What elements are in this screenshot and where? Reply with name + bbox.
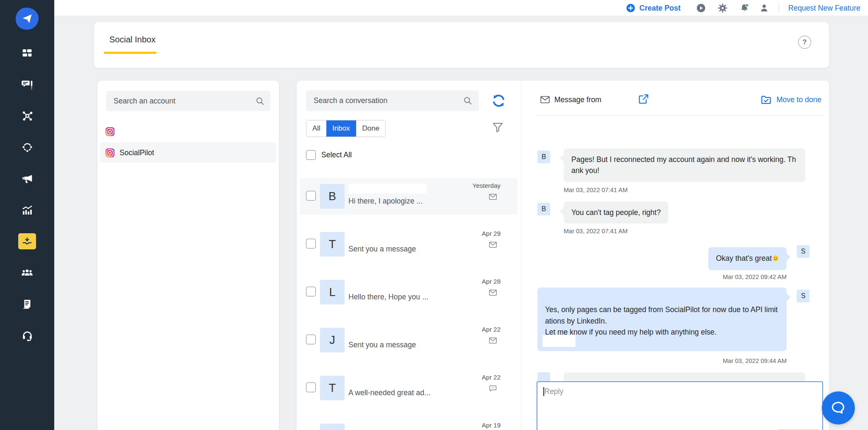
move-to-done-label: Move to done — [776, 95, 821, 104]
avatar: S — [797, 290, 810, 302]
conversation-date: Apr 29 — [482, 230, 501, 237]
filter-tab-all[interactable]: All — [306, 120, 326, 137]
thread-header-title: Message from — [554, 95, 601, 104]
message-bubble: Pages! But I reconnected my account agai… — [564, 148, 805, 182]
play-video-icon[interactable] — [696, 3, 706, 13]
avatar: B — [537, 151, 550, 163]
notifications-bell-icon[interactable] — [739, 3, 750, 14]
avatar: B — [537, 203, 550, 215]
conversation-date: Yesterday — [473, 182, 501, 189]
sidebar-item-connect[interactable] — [17, 106, 37, 126]
message-timestamp: Mar 03, 2022 09:42 AM — [723, 274, 787, 280]
avatar: L — [320, 280, 345, 304]
avatar: B — [320, 184, 345, 209]
message-timestamp: Mar 03, 2022 07:41 AM — [564, 187, 628, 193]
top-bar: Create Post — [54, 0, 868, 16]
reply-input[interactable]: Reply — [537, 381, 823, 430]
socialpilot-app: Create Post — [0, 0, 868, 430]
refresh-icon[interactable] — [491, 93, 506, 110]
text-caret — [543, 387, 544, 396]
conversation-row[interactable]: Apr 19 — [300, 418, 517, 430]
sidebar-item-analytics[interactable] — [17, 200, 37, 220]
message-text: Yes, only pages can be tagged from Socia… — [545, 305, 778, 336]
sidebar-item-promote[interactable] — [17, 169, 37, 188]
avatar: J — [320, 328, 345, 352]
envelope-icon — [540, 95, 550, 106]
row-checkbox[interactable] — [306, 239, 316, 249]
socialpilot-logo[interactable] — [16, 8, 39, 30]
conversation-date: Apr 22 — [482, 326, 501, 333]
conversation-preview: Sent you a message — [348, 341, 416, 349]
envelope-icon — [489, 288, 497, 299]
message-bubble: Okay that's great — [708, 247, 787, 270]
filter-tab-inbox[interactable]: Inbox — [326, 120, 356, 137]
reply-placeholder: Reply — [545, 387, 564, 396]
row-checkbox[interactable] — [306, 287, 316, 296]
envelope-icon — [489, 336, 497, 346]
row-checkbox[interactable] — [306, 335, 316, 344]
sidebar-nav — [0, 0, 54, 430]
conversation-row[interactable]: L Hello there, Hope you ... Apr 28 — [300, 274, 517, 310]
panel-divider — [521, 81, 521, 430]
conversation-search-input[interactable] — [306, 90, 479, 111]
select-all-label: Select All — [321, 151, 352, 159]
plus-circle-icon — [626, 3, 636, 13]
instagram-icon — [105, 148, 115, 158]
sidebar-item-groups[interactable] — [17, 137, 37, 157]
inbox-active-icon — [18, 233, 36, 249]
row-checkbox[interactable] — [306, 191, 316, 201]
sidebar-item-support[interactable] — [17, 326, 37, 345]
create-post-label: Create Post — [640, 4, 681, 13]
sidebar-item-dashboard[interactable] — [17, 43, 37, 63]
message-text: Okay that's great — [716, 254, 772, 262]
filter-tab-done[interactable]: Done — [356, 120, 386, 137]
account-search-input[interactable] — [106, 91, 270, 111]
redacted-name — [348, 423, 426, 430]
row-checkbox[interactable] — [306, 383, 316, 392]
account-item[interactable] — [100, 121, 276, 142]
redacted-name — [348, 184, 426, 193]
message-timestamp: Mar 03, 2022 09:44 AM — [723, 357, 787, 364]
sidebar-item-posts[interactable] — [17, 75, 37, 94]
create-post-button[interactable]: Create Post — [626, 3, 681, 13]
message-bubble: Yes, only pages can be tagged from Socia… — [537, 288, 787, 351]
conversation-preview: Sent you a message — [348, 245, 416, 254]
conversation-row[interactable]: J Sent you a message Apr 22 — [300, 322, 517, 358]
conversation-date: Apr 22 — [482, 374, 501, 381]
chat-bubble-icon — [830, 399, 847, 416]
live-chat-widget[interactable] — [822, 391, 855, 424]
conversation-preview: A well-needed great ad... — [348, 388, 431, 397]
conversation-date: Apr 19 — [482, 422, 501, 429]
filter-funnel-icon[interactable] — [491, 121, 504, 136]
select-all-checkbox[interactable] — [306, 150, 316, 160]
conversation-preview: Hi there, I apologize ... — [348, 197, 423, 206]
external-link-icon[interactable] — [638, 93, 649, 106]
settings-gear-icon[interactable] — [717, 3, 728, 14]
conversation-row[interactable]: B Hi there, I apologize ... Yesterday — [300, 178, 517, 215]
conversation-preview: Hello there, Hope you ... — [348, 293, 428, 302]
conversation-row[interactable]: T Sent you a message Apr 29 — [300, 226, 517, 262]
avatar: S — [797, 245, 810, 258]
message-bubble: You can't tag people, right? — [564, 201, 668, 223]
topbar-divider — [779, 3, 779, 14]
account-person-icon[interactable] — [759, 3, 769, 13]
instagram-icon — [105, 127, 115, 137]
account-item-socialpilot[interactable]: SocialPilot — [100, 142, 276, 163]
tab-social-inbox[interactable]: Social Inbox — [109, 35, 156, 45]
active-tab-underline — [104, 52, 156, 54]
envelope-icon — [489, 193, 497, 203]
conversation-row[interactable]: T A well-needed great ad... Apr 22 — [300, 370, 517, 406]
sidebar-item-team[interactable] — [17, 263, 37, 282]
avatar: T — [320, 232, 345, 257]
inbox-main-panel: All Inbox Done Select All B Hi there, I … — [297, 81, 829, 430]
redacted-block — [542, 335, 576, 347]
conversation-date: Apr 28 — [482, 278, 501, 285]
envelope-icon — [489, 240, 497, 251]
request-new-feature-link[interactable]: Request New Feature — [788, 4, 860, 13]
help-icon[interactable]: ? — [798, 36, 811, 49]
move-to-done-button[interactable]: Move to done — [760, 94, 821, 106]
sidebar-item-inbox[interactable] — [17, 232, 37, 251]
accounts-panel: SocialPilot — [97, 81, 279, 430]
select-all-control: Select All — [306, 150, 352, 160]
sidebar-item-content[interactable] — [17, 294, 37, 314]
